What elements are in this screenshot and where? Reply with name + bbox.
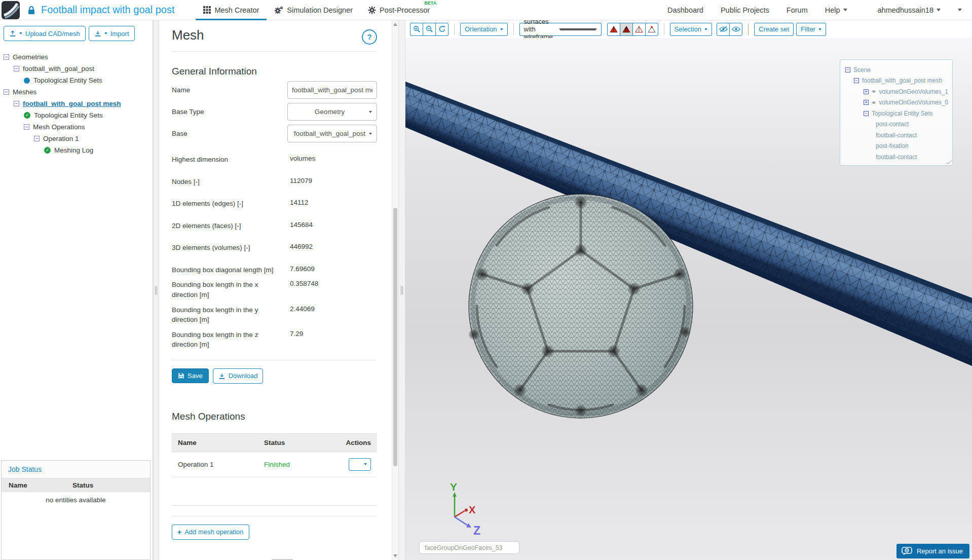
show-selected-button[interactable] (729, 23, 742, 36)
gears-icon (274, 6, 283, 14)
nav-help-menu[interactable]: Help (825, 6, 847, 14)
mesh-settings-panel: Mesh ? General Information Name Base Typ… (159, 20, 398, 560)
mesh-quality-outline-button[interactable] (632, 23, 646, 36)
scene-item-football-contact-2[interactable]: football-contact (844, 152, 948, 163)
stat-value: volumes (290, 155, 315, 165)
base-select[interactable]: football_with_goal_post (287, 125, 377, 142)
collapse-icon[interactable] (4, 54, 9, 60)
stat-value: 7.29 (290, 330, 303, 350)
refresh-view-button[interactable] (435, 23, 448, 36)
face-group-input[interactable] (419, 541, 519, 554)
user-menu[interactable]: ahmedhussain18 (878, 6, 941, 14)
mesh-quality-solid-button[interactable] (607, 23, 620, 36)
tab-mesh-creator[interactable]: Mesh Creator (196, 0, 267, 20)
blue-dot-icon (24, 78, 30, 84)
help-button[interactable]: ? (362, 29, 377, 45)
chevron-down-icon (369, 111, 372, 113)
tree-item-geometries[interactable]: Geometries (4, 51, 153, 63)
table-row[interactable]: Operation 1 Finished (172, 452, 377, 477)
tree-item-geometry[interactable]: football_with_goal_post (4, 63, 153, 74)
hide-selected-button[interactable] (717, 23, 730, 36)
eye-icon[interactable] (872, 89, 876, 94)
operation-actions-select[interactable] (349, 458, 371, 471)
app-logo-icon[interactable] (2, 1, 20, 19)
download-button[interactable]: Download (213, 368, 264, 384)
collapse-icon[interactable] (845, 67, 850, 72)
right-splitter[interactable] (398, 20, 405, 560)
nav-forum[interactable]: Forum (787, 6, 808, 14)
zoom-in-button[interactable] (410, 23, 423, 36)
tree-item-topological-entity-sets[interactable]: Topological Entity Sets (4, 74, 153, 86)
scene-item-post-contact[interactable]: post-contact (844, 119, 948, 130)
plus-icon (177, 528, 181, 536)
scene-item-post-fixation[interactable]: post-fixation (844, 141, 948, 152)
collapse-icon[interactable] (14, 66, 19, 71)
more-menu[interactable] (958, 9, 962, 11)
scene-item-volume-0[interactable]: volumeOnGeoVolumes_0 (844, 97, 948, 108)
collapse-icon[interactable] (14, 101, 19, 106)
scene-item-volume-1[interactable]: volumeOnGeoVolumes_1 (844, 86, 948, 97)
import-button[interactable]: Import (89, 26, 135, 41)
stat-label: Bounding box diagonal length [m] (172, 265, 290, 275)
nav-public-projects[interactable]: Public Projects (721, 6, 769, 14)
scrollbar-thumb[interactable] (393, 208, 397, 466)
tree-item-meshes[interactable]: Meshes (4, 86, 153, 98)
eye-icon[interactable] (872, 100, 876, 105)
selection-button[interactable]: Selection (670, 23, 712, 36)
football-mesh[interactable] (468, 194, 693, 418)
scroll-up-arrow[interactable] (393, 23, 397, 26)
orientation-button[interactable]: Orientation (460, 23, 508, 36)
tab-label: Mesh Creator (214, 6, 259, 14)
mesh-name-input[interactable] (287, 81, 377, 99)
toolbar-separator (664, 24, 664, 35)
collapse-icon[interactable] (854, 78, 859, 83)
download-icon (218, 372, 226, 380)
base-type-select[interactable]: Geometry (287, 103, 377, 121)
scene-item-football-contact[interactable]: football-contact (844, 130, 948, 141)
upload-cad-mesh-button[interactable]: Upload CAD/mesh (4, 26, 86, 41)
expand-icon[interactable] (864, 89, 869, 94)
panel-title: Mesh (172, 27, 204, 43)
left-splitter[interactable] (153, 20, 159, 560)
status-badge: Finished (258, 452, 332, 477)
tree-item-mesh[interactable]: football_with_goal_post mesh (4, 98, 153, 109)
panel-scrollbar[interactable] (392, 20, 398, 560)
expand-icon[interactable] (864, 100, 869, 105)
collapse-icon[interactable] (24, 124, 29, 130)
save-button[interactable]: Save (172, 368, 209, 383)
scroll-down-arrow[interactable] (393, 554, 397, 557)
tetrahedron-outline-icon (635, 26, 643, 33)
eye-off-icon (719, 26, 728, 32)
filter-button[interactable]: Filter (796, 23, 826, 36)
collapse-icon[interactable] (34, 136, 40, 141)
upload-icon (9, 30, 16, 37)
scene-item-topological-entity-sets[interactable]: Topological Entity Sets (844, 108, 948, 119)
tree-item-mesh-operations[interactable]: Mesh Operations (4, 121, 153, 133)
tree-item-meshing-log[interactable]: Meshing Log (4, 144, 153, 156)
tree-item-operation-1[interactable]: Operation 1 (4, 133, 153, 144)
chevron-down-icon (958, 9, 962, 11)
top-links: Dashboard Public Projects Forum Help ahm… (667, 6, 972, 14)
base-label: Base (172, 130, 287, 137)
display-mode-select[interactable]: surfaces with wireframe (519, 23, 602, 36)
zoom-out-button[interactable] (423, 23, 436, 36)
import-icon (94, 30, 101, 37)
tab-post-processor[interactable]: BETA Post-Processor (360, 0, 437, 20)
add-mesh-operation-button[interactable]: Add mesh operation (172, 525, 249, 540)
scene-item-mesh[interactable]: football_with_goal_post mesh (844, 76, 948, 87)
mesh-quality-points-button[interactable] (645, 23, 658, 36)
job-status-title: Job Status (2, 461, 150, 478)
viewport-toolbar: Orientation surfaces with wireframe (405, 20, 972, 38)
mesh-quality-wireframe-button[interactable] (620, 23, 633, 36)
collapse-icon[interactable] (864, 111, 869, 116)
project-tree-panel: Upload CAD/mesh Import Geometries footba… (0, 20, 153, 560)
username: ahmedhussain18 (878, 6, 933, 14)
create-set-button[interactable]: Create set (754, 23, 794, 36)
tab-simulation-designer[interactable]: Simulation Designer (267, 0, 360, 20)
scene-item-scene[interactable]: Scene (844, 64, 948, 76)
collapse-icon[interactable] (4, 89, 9, 95)
project-title: Football impact with goal post (41, 4, 174, 16)
report-issue-button[interactable]: Report an issue (896, 544, 969, 558)
nav-dashboard[interactable]: Dashboard (667, 6, 703, 14)
tree-item-mesh-topological-entity-sets[interactable]: Topological Entity Sets (4, 109, 153, 121)
